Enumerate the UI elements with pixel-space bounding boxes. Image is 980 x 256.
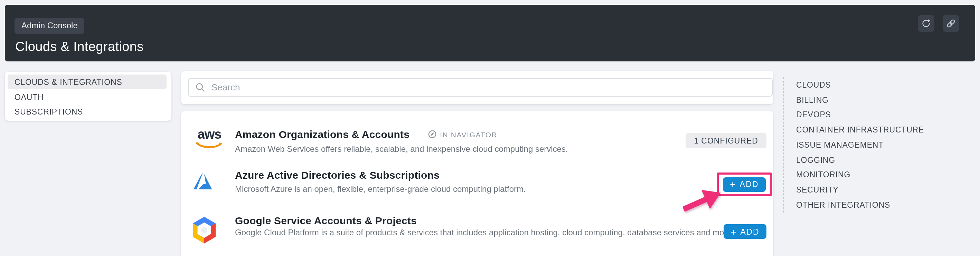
integration-title-google: Google Service Accounts & Projects: [235, 215, 417, 226]
category-logging[interactable]: LOGGING: [796, 156, 924, 164]
azure-logo: [194, 172, 213, 193]
google-add-button[interactable]: + ADD: [724, 224, 767, 239]
compass-icon: [428, 130, 436, 139]
page-title: Clouds & Integrations: [15, 40, 144, 55]
integration-desc-google: Google Cloud Platform is a suite of prod…: [235, 227, 762, 239]
category-clouds[interactable]: CLOUDS: [796, 81, 924, 89]
integration-title-azure: Azure Active Directories & Subscriptions: [235, 169, 439, 181]
header: Admin Console Clouds & Integrations: [5, 5, 975, 62]
category-billing[interactable]: BILLING: [796, 96, 924, 104]
in-navigator-badge: IN NAVIGATOR: [428, 130, 497, 139]
category-other-integrations[interactable]: OTHER INTEGRATIONS: [796, 201, 924, 209]
integration-title-aws: Amazon Organizations & Accounts: [235, 128, 409, 140]
search-icon: [195, 82, 205, 92]
integration-desc-aws: Amazon Web Services offers reliable, sca…: [235, 144, 568, 155]
category-devops[interactable]: DEVOPS: [796, 111, 924, 119]
search-card: [181, 71, 773, 104]
aws-logo: aws: [194, 129, 224, 152]
admin-console-page: Admin Console Clouds & Integrations: [0, 0, 980, 256]
category-container-infrastructure[interactable]: CONTAINER INFRASTRUCTURE: [796, 126, 924, 134]
admin-console-badge: Admin Console: [14, 18, 85, 34]
plus-icon: +: [730, 227, 736, 236]
google-cloud-logo: [193, 216, 216, 247]
vertical-dashed-divider: [783, 77, 784, 213]
category-issue-management[interactable]: ISSUE MANAGEMENT: [796, 141, 924, 149]
left-nav: CLOUDS & INTEGRATIONS OAUTH SUBSCRIPTION…: [5, 72, 172, 121]
category-security[interactable]: SECURITY: [796, 186, 924, 194]
in-navigator-label: IN NAVIGATOR: [440, 130, 497, 138]
annotation-arrow: [684, 185, 733, 220]
category-list: CLOUDS BILLING DEVOPS CONTAINER INFRASTR…: [796, 81, 924, 216]
nav-item-subscriptions[interactable]: SUBSCRIPTIONS: [5, 104, 172, 119]
nav-item-oauth[interactable]: OAUTH: [5, 90, 172, 104]
aws-logo-text: aws: [194, 129, 224, 140]
search-box: [188, 78, 773, 96]
category-monitoring[interactable]: MONITORING: [796, 171, 924, 179]
search-input[interactable]: [210, 78, 772, 96]
integration-desc-azure: Microsoft Azure is an open, flexible, en…: [235, 183, 526, 195]
link-icon: [945, 18, 956, 29]
integrations-list: aws Amazon Organizations & Accounts IN N…: [181, 111, 773, 256]
link-button[interactable]: [943, 15, 959, 32]
nav-item-clouds-integrations[interactable]: CLOUDS & INTEGRATIONS: [7, 74, 167, 89]
aws-smile-swoosh: [196, 142, 223, 150]
refresh-icon: [921, 18, 932, 29]
refresh-button[interactable]: [918, 15, 934, 32]
configured-badge: 1 CONFIGURED: [686, 133, 767, 149]
